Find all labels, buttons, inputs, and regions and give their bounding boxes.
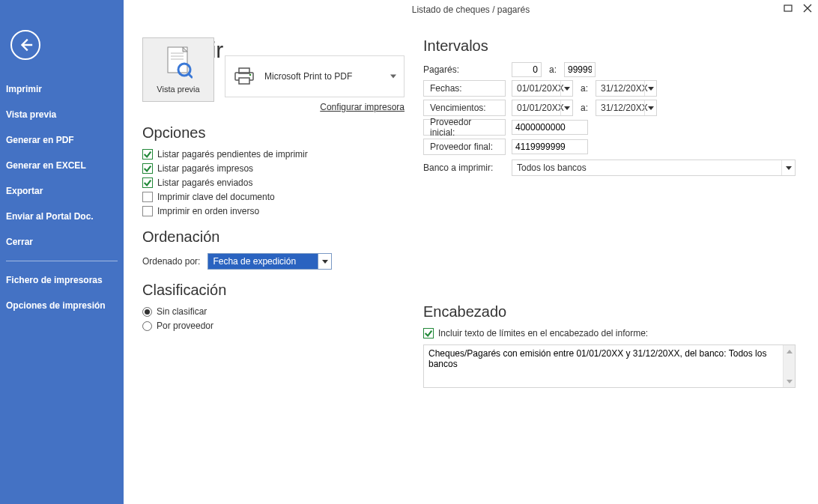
fechas-button[interactable]: Fechas: [423, 80, 506, 97]
configurar-impresora-link[interactable]: Configurar impresora [320, 102, 405, 112]
encabezado-textarea[interactable] [424, 345, 783, 387]
clasificacion-heading: Clasificación [142, 282, 408, 299]
window-title: Listado de cheques / pagarés [124, 4, 818, 15]
venc-from-field[interactable]: 01/01/20XX [512, 100, 573, 116]
close-icon [803, 4, 812, 13]
chevron-down-icon [564, 87, 570, 91]
fechas-to-value: 31/12/20XX [596, 83, 644, 94]
chk-enviados-label: Listar pagarés enviados [157, 177, 252, 188]
scroll-up-icon [787, 350, 793, 353]
chk-incluir-texto-limites[interactable] [423, 328, 434, 338]
chk-pendientes-label: Listar pagarés pendientes de imprimir [157, 149, 308, 160]
venc-to-value: 31/12/20XX [596, 103, 644, 113]
sep-a: a: [579, 103, 590, 113]
proveedor-final-input[interactable] [512, 139, 588, 154]
chk-clave-doc-label: Imprimir clave del documento [157, 192, 275, 202]
sidebar-divider [6, 261, 118, 261]
sidebar-item-generar-pdf[interactable]: Generar en PDF [0, 127, 124, 153]
sidebar-item-opciones-impresion[interactable]: Opciones de impresión [0, 293, 124, 318]
printer-selector[interactable]: Microsoft Print to PDF [225, 55, 405, 97]
banco-combo[interactable]: Todos los bancos [512, 160, 796, 176]
chevron-down-icon [648, 106, 654, 110]
chevron-down-icon [648, 87, 654, 91]
back-arrow-icon [17, 37, 34, 53]
sidebar-item-generar-excel[interactable]: Generar en EXCEL [0, 153, 124, 178]
chk-clave-doc[interactable] [142, 192, 153, 202]
svg-rect-9 [239, 78, 249, 84]
window-maximize-button[interactable] [782, 3, 794, 13]
chevron-down-icon [786, 166, 792, 170]
banco-label: Banco a imprimir: [423, 163, 506, 173]
scroll-down-icon [787, 380, 793, 383]
sidebar: Imprimir Vista previa Generar en PDF Gen… [0, 0, 124, 504]
ordenacion-heading: Ordenación [142, 228, 408, 246]
ordenado-por-value: Fecha de expedición [208, 254, 318, 269]
window-close-button[interactable] [802, 3, 814, 13]
radio-sin-clasificar[interactable] [142, 307, 152, 317]
chk-enviados[interactable] [142, 177, 153, 188]
chk-orden-inverso[interactable] [142, 206, 153, 216]
chevron-down-icon [322, 260, 328, 264]
svg-line-6 [189, 74, 193, 78]
fechas-from-value: 01/01/20XX [512, 83, 560, 94]
banco-value: Todos los bancos [512, 163, 781, 173]
sidebar-item-vista-previa[interactable]: Vista previa [0, 102, 124, 127]
back-button[interactable] [10, 30, 40, 60]
svg-rect-0 [784, 5, 792, 11]
sidebar-item-cerrar[interactable]: Cerrar [0, 229, 124, 255]
vista-previa-label: Vista previa [157, 85, 199, 94]
fechas-from-field[interactable]: 01/01/20XX [512, 80, 573, 97]
printer-icon [233, 67, 255, 86]
chk-orden-inverso-label: Imprimir en orden inverso [157, 206, 259, 216]
proveedor-inicial-input[interactable] [512, 120, 588, 135]
fechas-to-field[interactable]: 31/12/20XX [596, 80, 657, 97]
radio-sin-clasificar-label: Sin clasificar [157, 306, 207, 317]
radio-por-proveedor[interactable] [142, 321, 152, 331]
intervalos-heading: Intervalos [423, 37, 796, 55]
pagares-from-input[interactable] [512, 62, 542, 77]
svg-point-10 [249, 74, 252, 76]
proveedor-inicial-button[interactable]: Proveedor inicial: [423, 119, 506, 136]
chk-impresos-label: Listar pagarés impresos [157, 163, 253, 174]
chevron-down-icon [564, 106, 570, 110]
sep-a: a: [579, 83, 590, 94]
sidebar-item-exportar[interactable]: Exportar [0, 178, 124, 204]
venc-to-field[interactable]: 31/12/20XX [596, 100, 657, 116]
document-preview-icon [164, 46, 193, 80]
sep-a: a: [548, 64, 558, 75]
venc-from-value: 01/01/20XX [512, 103, 560, 113]
pagares-label: Pagarés: [423, 64, 506, 75]
maximize-icon [784, 4, 793, 12]
printer-name: Microsoft Print to PDF [264, 71, 352, 82]
pagares-to-input[interactable] [564, 62, 596, 77]
chevron-down-icon [390, 75, 396, 79]
sidebar-item-enviar-portal[interactable]: Enviar al Portal Doc. [0, 204, 124, 229]
opciones-heading: Opciones [142, 124, 408, 142]
encabezado-heading: Encabezado [423, 303, 796, 321]
chk-incluir-texto-limites-label: Incluir texto de límites en el encabezad… [438, 328, 648, 338]
sidebar-item-imprimir[interactable]: Imprimir [0, 76, 124, 102]
vencimientos-button[interactable]: Vencimientos: [423, 100, 506, 116]
ordenado-por-label: Ordenado por: [142, 256, 200, 267]
proveedor-final-button[interactable]: Proveedor final: [423, 139, 506, 155]
ordenado-por-combo[interactable]: Fecha de expedición [207, 253, 332, 270]
textarea-scrollbar[interactable] [783, 345, 795, 387]
radio-por-proveedor-label: Por proveedor [157, 321, 213, 331]
chk-pendientes[interactable] [142, 149, 153, 160]
chk-impresos[interactable] [142, 163, 153, 174]
sidebar-item-fichero-impresoras[interactable]: Fichero de impresoras [0, 267, 124, 293]
vista-previa-button[interactable]: Vista previa [142, 37, 214, 102]
